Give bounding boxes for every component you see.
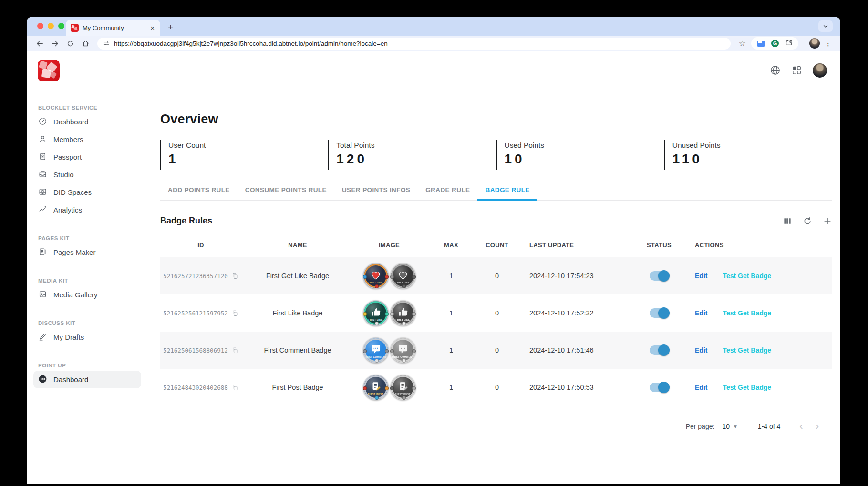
badge-rule-count: 0: [478, 309, 516, 317]
browser-profile-avatar[interactable]: [809, 38, 820, 49]
main-content: Overview User Count1Total Points120Used …: [148, 90, 840, 484]
table-row: 521625061568806912First Comment BadgeFIR…: [160, 332, 832, 369]
tab-add-points-rule[interactable]: ADD POINTS RULE: [160, 181, 238, 200]
browser-tab[interactable]: My Community ×: [66, 20, 160, 36]
test-get-badge-link[interactable]: Test Get Badge: [723, 384, 771, 391]
tab-consume-points-rule[interactable]: CONSUME POINTS RULE: [238, 181, 334, 200]
window-controls: [37, 23, 64, 29]
tray-icon: [38, 170, 47, 180]
badge-rules-table: 521625721236357120First Get Like BadgeFI…: [160, 257, 832, 406]
copy-id-button[interactable]: [231, 384, 238, 391]
app-logo[interactable]: [38, 60, 60, 81]
sidebar-item-dashboard[interactable]: Dashboard: [33, 371, 141, 388]
badge-rule-max: 1: [424, 346, 478, 354]
toolbar-divider: [804, 40, 804, 48]
sidebar-section-title: DISCUSS KIT: [33, 318, 141, 328]
badge-rule-id: 521625061568806912: [163, 347, 227, 354]
status-toggle[interactable]: [650, 271, 669, 281]
column-header-actions: ACTIONS: [683, 242, 832, 249]
edit-link[interactable]: Edit: [695, 272, 707, 280]
badge-rule-max: 1: [424, 272, 478, 280]
previous-page-button[interactable]: ‹: [799, 421, 803, 432]
refresh-button[interactable]: [803, 216, 812, 226]
next-page-button[interactable]: ›: [816, 421, 819, 432]
column-header-id: ID: [160, 242, 241, 249]
sidebar-section-title: MEDIA KIT: [33, 275, 141, 286]
badge-image-post: FIRST POST: [363, 375, 389, 400]
extension-card-icon[interactable]: [757, 40, 765, 47]
status-toggle[interactable]: [650, 308, 669, 318]
browser-tab-strip: My Community × +: [27, 17, 840, 36]
table-row: 521625721236357120First Get Like BadgeFI…: [160, 257, 832, 294]
edit-link[interactable]: Edit: [695, 346, 707, 354]
person-icon: [38, 134, 47, 145]
forward-button[interactable]: [49, 37, 61, 50]
site-settings-icon[interactable]: [103, 40, 110, 47]
reload-button[interactable]: [64, 37, 76, 50]
test-get-badge-link[interactable]: Test Get Badge: [723, 346, 771, 354]
badge-image-heart: FIRST LIKE: [363, 263, 389, 289]
last-update: 2024-12-10 17:51:46: [516, 346, 635, 354]
copy-id-button[interactable]: [231, 347, 238, 354]
browser-window: My Community × + https://bbqatxuodacgpj3…: [27, 17, 840, 484]
last-update: 2024-12-10 17:50:53: [516, 384, 635, 391]
edit-link[interactable]: Edit: [695, 309, 707, 317]
sidebar-item-did-spaces[interactable]: DID Spaces: [33, 183, 141, 201]
select-columns-button[interactable]: [783, 216, 792, 226]
sidebar-item-my-drafts[interactable]: My Drafts: [33, 328, 141, 346]
image-icon: [38, 290, 47, 300]
apps-grid-icon[interactable]: [791, 65, 802, 76]
test-get-badge-link[interactable]: Test Get Badge: [723, 272, 771, 280]
tab-grade-rule[interactable]: GRADE RULE: [418, 181, 477, 200]
extensions-puzzle-icon[interactable]: [785, 39, 793, 48]
last-update: 2024-12-10 17:52:32: [516, 309, 635, 317]
status-toggle[interactable]: [650, 345, 669, 355]
stat-user-count: User Count1: [160, 140, 328, 170]
badge-image-thumb: FIRST LIKE: [363, 300, 389, 326]
new-tab-button[interactable]: +: [168, 22, 173, 32]
close-window-button[interactable]: [37, 23, 43, 29]
sidebar-item-analytics[interactable]: Analytics: [33, 201, 141, 219]
stat-total-points: Total Points120: [328, 140, 496, 170]
minimize-window-button[interactable]: [48, 23, 54, 29]
copy-id-button[interactable]: [231, 273, 238, 280]
sidebar-item-media-gallery[interactable]: Media Gallery: [33, 286, 141, 304]
home-button[interactable]: [79, 37, 92, 50]
table-row: 521625256121597952First Like BadgeFIRST …: [160, 294, 832, 332]
add-badge-rule-button[interactable]: [823, 216, 832, 226]
grammarly-extension-icon[interactable]: G: [771, 40, 779, 47]
sidebar-item-studio[interactable]: Studio: [33, 166, 141, 183]
badge-rule-count: 0: [478, 384, 516, 391]
back-button[interactable]: [33, 37, 46, 50]
table-header: IDNAMEIMAGEMAXCOUNTLAST UPDATESTATUSACTI…: [160, 233, 832, 257]
caret-down-icon: ▼: [733, 424, 738, 429]
sidebar-item-passport[interactable]: Passport: [33, 148, 141, 166]
browser-menu-icon[interactable]: ⋮: [823, 39, 834, 48]
sidebar-item-members[interactable]: Members: [33, 131, 141, 148]
url-bar[interactable]: https://bbqatxuodacgpj3if4g5kjt2e7wjnpz3…: [97, 38, 731, 50]
tab-search-button[interactable]: [818, 20, 833, 32]
sidebar-item-pages-maker[interactable]: Pages Maker: [33, 243, 141, 261]
badge-image-thumb-gray: FIRST LIKE: [390, 300, 416, 326]
per-page-select[interactable]: 10 ▼: [722, 423, 737, 430]
page-title: Overview: [160, 112, 832, 127]
user-avatar[interactable]: [813, 63, 827, 78]
document-icon: [38, 247, 47, 258]
section-title: Badge Rules: [160, 216, 212, 226]
copy-id-button[interactable]: [231, 310, 238, 317]
edit-link[interactable]: Edit: [695, 384, 707, 391]
badge-rule-id: 521625256121597952: [163, 310, 227, 317]
tab-badge-rule[interactable]: BADGE RULE: [477, 181, 537, 200]
test-get-badge-link[interactable]: Test Get Badge: [723, 309, 771, 317]
status-toggle[interactable]: [650, 383, 669, 392]
sidebar-item-dashboard[interactable]: Dashboard: [33, 113, 141, 131]
gauge-icon: [38, 117, 47, 127]
tab-user-points-infos[interactable]: USER POINTS INFOS: [334, 181, 418, 200]
tab-close-icon[interactable]: ×: [149, 24, 155, 32]
column-header-status: STATUS: [635, 242, 683, 249]
zoom-window-button[interactable]: [58, 23, 64, 29]
badge-image-comment-gray: FIRST COMMENT: [390, 337, 416, 363]
browser-toolbar: https://bbqatxuodacgpj3if4g5kjt2e7wjnpz3…: [27, 36, 840, 51]
bookmark-star-icon[interactable]: ☆: [736, 39, 748, 49]
globe-icon[interactable]: [770, 65, 781, 76]
